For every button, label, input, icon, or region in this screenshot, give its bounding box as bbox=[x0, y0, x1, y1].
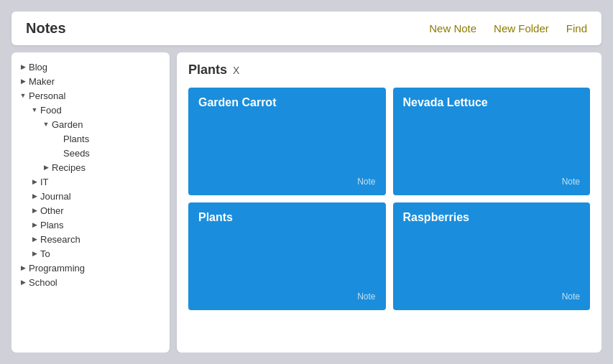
app-container: Notes New Note New Folder Find BlogMaker… bbox=[0, 0, 613, 364]
tree-label-seeds: Seeds bbox=[63, 148, 90, 159]
sidebar-item-blog[interactable]: Blog bbox=[11, 60, 170, 74]
tree-arrow-garden bbox=[40, 118, 52, 130]
note-card-title-garden-carrot: Garden Carrot bbox=[198, 96, 376, 109]
note-card-type-garden-carrot: Note bbox=[357, 177, 375, 187]
new-folder-button[interactable]: New Folder bbox=[494, 22, 549, 34]
tree-arrow-school bbox=[17, 276, 29, 288]
sidebar-item-food[interactable]: Food bbox=[11, 103, 170, 117]
tree-label-school: School bbox=[29, 277, 57, 288]
main-content: BlogMakerPersonalFoodGardenPlantsSeedsRe… bbox=[11, 52, 602, 353]
note-card-type-plants: Note bbox=[357, 291, 375, 302]
sidebar-item-to[interactable]: To bbox=[11, 246, 170, 261]
sidebar-item-recipes[interactable]: Recipes bbox=[11, 160, 170, 174]
tree-arrow-maker bbox=[17, 75, 29, 87]
note-card-title-raspberries: Raspberries bbox=[403, 211, 581, 224]
sidebar-item-plants[interactable]: Plants bbox=[11, 131, 170, 146]
notes-grid: Garden CarrotNoteNevada LettuceNotePlant… bbox=[188, 88, 590, 310]
note-card-plants[interactable]: PlantsNote bbox=[188, 202, 386, 310]
content-header: Plants X bbox=[188, 62, 590, 78]
sidebar-item-personal[interactable]: Personal bbox=[11, 88, 170, 103]
sidebar-item-programming[interactable]: Programming bbox=[11, 261, 170, 275]
find-button[interactable]: Find bbox=[566, 22, 587, 34]
sidebar-item-seeds[interactable]: Seeds bbox=[11, 146, 170, 160]
sidebar-item-other[interactable]: Other bbox=[11, 203, 170, 218]
tree-arrow-to bbox=[29, 248, 40, 259]
note-card-title-nevada-lettuce: Nevada Lettuce bbox=[403, 96, 581, 109]
note-card-type-raspberries: Note bbox=[562, 291, 580, 302]
header: Notes New Note New Folder Find bbox=[11, 11, 602, 45]
tree-arrow-personal bbox=[17, 90, 29, 101]
note-card-title-plants: Plants bbox=[198, 211, 376, 224]
tree-label-plans: Plans bbox=[40, 220, 64, 230]
tree-arrow-programming bbox=[17, 262, 29, 274]
tree-label-recipes: Recipes bbox=[52, 162, 86, 173]
sidebar-item-maker[interactable]: Maker bbox=[11, 74, 170, 88]
tree-label-personal: Personal bbox=[29, 90, 65, 101]
tree-arrow-food bbox=[29, 104, 40, 116]
tree-label-to: To bbox=[40, 248, 50, 259]
tree-arrow-journal bbox=[29, 190, 40, 202]
note-card-garden-carrot[interactable]: Garden CarrotNote bbox=[188, 88, 386, 195]
sidebar-item-journal[interactable]: Journal bbox=[11, 189, 170, 203]
tree-label-blog: Blog bbox=[29, 62, 47, 73]
close-tag[interactable]: X bbox=[233, 65, 239, 76]
sidebar-item-it[interactable]: IT bbox=[11, 174, 170, 189]
tree-label-research: Research bbox=[40, 234, 80, 245]
sidebar-item-plans[interactable]: Plans bbox=[11, 218, 170, 232]
content-area: Plants X Garden CarrotNoteNevada Lettuce… bbox=[177, 52, 602, 353]
tree-arrow-recipes bbox=[40, 162, 52, 173]
tree-label-food: Food bbox=[40, 105, 62, 116]
note-card-type-nevada-lettuce: Note bbox=[562, 177, 580, 187]
tree-label-other: Other bbox=[40, 205, 64, 216]
header-actions: New Note New Folder Find bbox=[429, 22, 587, 34]
tree-label-programming: Programming bbox=[29, 263, 85, 274]
new-note-button[interactable]: New Note bbox=[429, 22, 476, 34]
tree-label-it: IT bbox=[40, 177, 49, 187]
tree-label-plants: Plants bbox=[63, 134, 89, 144]
sidebar-item-garden[interactable]: Garden bbox=[11, 117, 170, 131]
app-title: Notes bbox=[26, 20, 66, 37]
sidebar-item-research[interactable]: Research bbox=[11, 232, 170, 246]
note-card-raspberries[interactable]: RaspberriesNote bbox=[393, 202, 591, 310]
note-card-nevada-lettuce[interactable]: Nevada LettuceNote bbox=[393, 88, 591, 195]
tree-arrow-other bbox=[29, 205, 40, 216]
sidebar: BlogMakerPersonalFoodGardenPlantsSeedsRe… bbox=[11, 52, 170, 353]
tree-arrow-blog bbox=[17, 61, 29, 73]
content-title: Plants bbox=[188, 62, 227, 78]
tree-arrow-plans bbox=[29, 219, 40, 230]
tree-label-maker: Maker bbox=[29, 76, 55, 87]
tree-label-journal: Journal bbox=[40, 191, 71, 202]
tree-arrow-it bbox=[29, 176, 40, 187]
tree-arrow-research bbox=[29, 233, 40, 245]
sidebar-item-school[interactable]: School bbox=[11, 275, 170, 289]
tree-label-garden: Garden bbox=[52, 119, 83, 130]
